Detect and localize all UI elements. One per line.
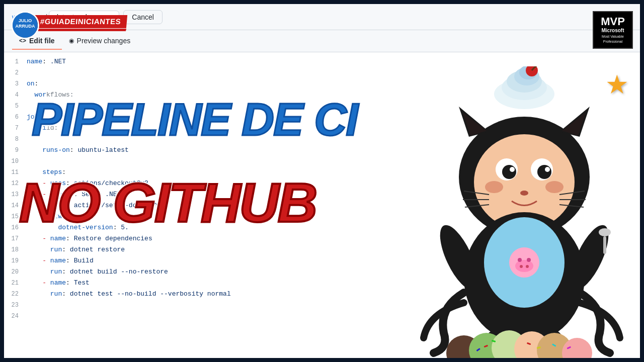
mvp-microsoft: Microsoft [602, 28, 624, 33]
svg-point-20 [520, 191, 528, 196]
svg-point-14 [502, 165, 516, 179]
hashtag-underline [34, 29, 127, 31]
eye-icon: ◉ [69, 37, 74, 44]
octocat-character [388, 66, 640, 358]
octocat-svg [388, 66, 640, 358]
hashtag-banner: #GUIADEINICIANTES [30, 15, 127, 28]
svg-point-31 [518, 258, 522, 262]
tab-preview-changes[interactable]: ◉ Preview changes [62, 33, 138, 50]
svg-point-18 [485, 181, 503, 193]
avatar-inner: JULIO ARRUDA [13, 13, 38, 38]
mvp-badge: MVP Microsoft Most ValuableProfessional [593, 11, 633, 49]
svg-point-19 [545, 181, 564, 193]
gold-star: ★ [605, 69, 629, 100]
cancel-button[interactable]: Cancel [123, 10, 163, 24]
mvp-title: MVP [601, 16, 625, 27]
preview-changes-label: Preview changes [77, 37, 131, 45]
svg-point-16 [510, 167, 515, 172]
svg-point-32 [527, 258, 531, 262]
svg-rect-37 [603, 236, 606, 254]
svg-text:JULIO: JULIO [19, 18, 32, 23]
svg-point-15 [537, 165, 551, 179]
avatar-container: JULIO ARRUDA [11, 11, 39, 39]
svg-point-34 [526, 265, 529, 268]
table-row: 1 name: .NET [4, 56, 640, 67]
mvp-subtitle: Most ValuableProfessional [602, 34, 624, 43]
svg-point-17 [545, 167, 550, 172]
svg-point-36 [599, 228, 611, 236]
editor-toolbar: <> Edit file ◉ Preview changes Spaces [4, 30, 640, 52]
avatar: JULIO ARRUDA [11, 11, 39, 39]
svg-point-33 [520, 265, 523, 268]
svg-point-30 [515, 260, 533, 272]
hashtag-text: #GUIADEINICIANTES [40, 17, 121, 26]
svg-text:ARRUDA: ARRUDA [16, 24, 35, 29]
main-content: workflows / Cancel <> Edit file ◉ Previe… [4, 4, 640, 358]
